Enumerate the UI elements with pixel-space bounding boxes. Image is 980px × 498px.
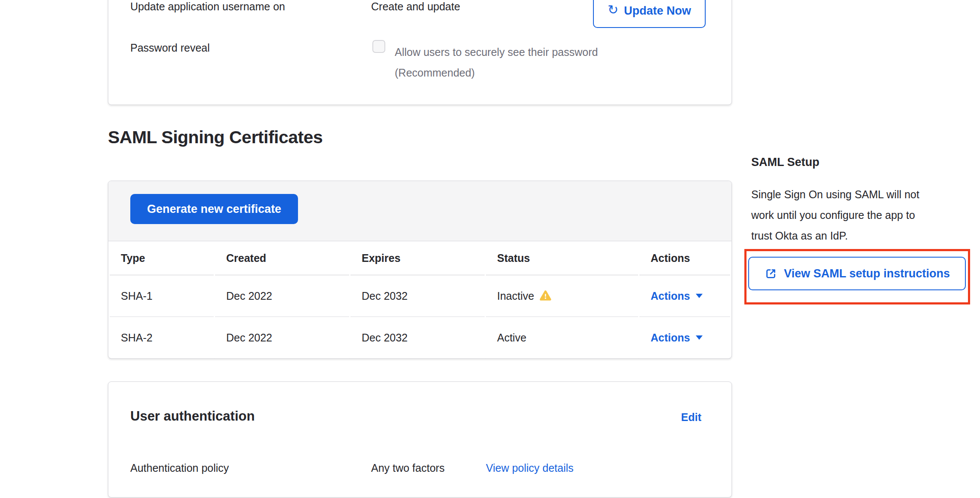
column-header-expires: Expires [350,242,485,275]
view-saml-setup-instructions-label: View SAML setup instructions [784,267,950,280]
saml-setup-description-line2: work until you configure the app to [751,205,919,225]
saml-setup-description-line3: trust Okta as an IdP. [751,225,919,246]
cert-created-cell: Dec 2022 [215,317,349,359]
certificates-toolbar: Generate new certificate [108,181,731,241]
cert-status-cell: Active [486,317,638,359]
column-header-actions: Actions [639,242,730,275]
cert-actions-cell: Actions [639,275,730,317]
external-link-icon [764,267,777,280]
column-header-status: Status [486,242,638,275]
table-row: SHA-1 Dec 2022 Dec 2032 Inactive [110,275,730,317]
cert-created-cell: Dec 2022 [215,275,349,317]
table-row: SHA-2 Dec 2022 Dec 2032 Active Actions [110,317,730,359]
cert-type-cell: SHA-1 [110,275,214,317]
refresh-icon: ↻ [608,3,618,16]
saml-certificates-heading: SAML Signing Certificates [108,127,323,148]
option-text-line2: (Recommended) [395,62,598,83]
option-text-line1: Allow users to securely see their passwo… [395,42,598,62]
cert-expires-cell: Dec 2032 [350,275,485,317]
user-authentication-card: User authentication Edit Authentication … [108,381,732,498]
caret-down-icon [696,294,703,298]
password-reveal-checkbox[interactable] [372,40,385,53]
cert-status-cell: Inactive [486,275,638,317]
user-authentication-title: User authentication [130,409,255,424]
actions-label: Actions [651,332,690,344]
actions-label: Actions [651,290,690,302]
username-update-value: Create and update [371,0,460,13]
warning-icon [540,290,551,301]
authentication-policy-value: Any two factors [371,462,445,474]
actions-dropdown[interactable]: Actions [651,332,703,344]
cert-expires-cell: Dec 2032 [350,317,485,359]
saml-setup-title: SAML Setup [751,156,820,169]
generate-certificate-button[interactable]: Generate new certificate [130,194,298,224]
cert-actions-cell: Actions [639,317,730,359]
certificates-card: Generate new certificate Type Created Ex… [108,181,732,359]
caret-down-icon [696,335,703,340]
status-text: Active [497,332,526,344]
table-header-row: Type Created Expires Status Actions [110,242,730,275]
update-now-label: Update Now [624,4,691,18]
password-reveal-label: Password reveal [130,42,210,54]
column-header-type: Type [110,242,214,275]
view-saml-setup-instructions-button[interactable]: View SAML setup instructions [748,257,966,290]
saml-setup-description: Single Sign On using SAML will not work … [751,184,919,246]
authentication-policy-label: Authentication policy [130,462,229,474]
cert-type-cell: SHA-2 [110,317,214,359]
actions-dropdown[interactable]: Actions [651,290,703,302]
password-reveal-option-text: Allow users to securely see their passwo… [395,42,598,83]
certificates-table-wrap: Type Created Expires Status Actions SHA-… [108,242,731,359]
edit-link[interactable]: Edit [681,411,701,424]
username-update-label: Update application username on [130,0,285,13]
update-now-button[interactable]: ↻ Update Now [593,0,706,28]
saml-setup-description-line1: Single Sign On using SAML will not [751,184,919,205]
view-policy-details-link[interactable]: View policy details [486,462,574,474]
account-settings-card: Update application username on Create an… [108,0,732,105]
status-text: Inactive [497,290,534,302]
certificates-table: Type Created Expires Status Actions SHA-… [108,242,731,359]
column-header-created: Created [215,242,349,275]
